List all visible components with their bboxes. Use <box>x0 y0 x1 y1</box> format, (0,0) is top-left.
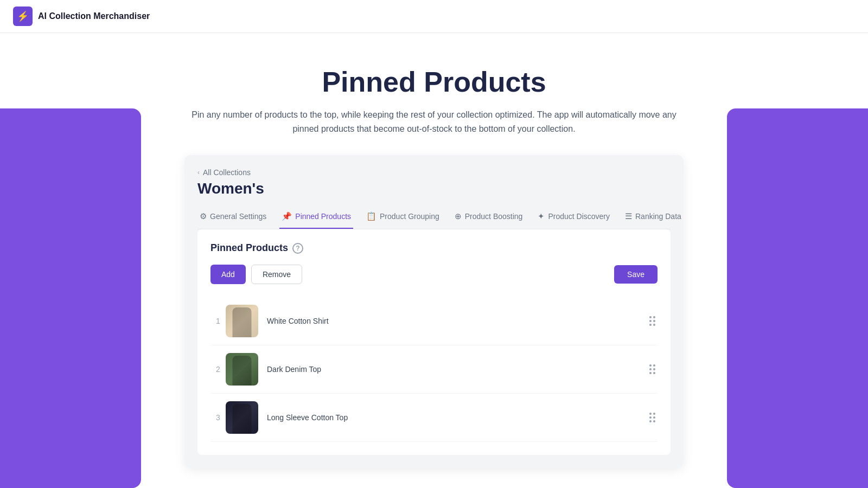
save-button[interactable]: Save <box>614 265 658 284</box>
table-row: 3 Long Sleeve Cotton Top <box>210 394 658 442</box>
product-number: 2 <box>210 365 226 374</box>
breadcrumb: ‹ All Collections <box>197 168 671 177</box>
table-row: 1 White Cotton Shirt <box>210 297 658 345</box>
tab-navigation: ⚙ General Settings 📌 Pinned Products 📋 P… <box>197 207 671 229</box>
product-name: Dark Denim Top <box>267 365 647 374</box>
product-thumbnail <box>226 353 258 386</box>
tab-ranking-data[interactable]: ☰ Ranking Data <box>623 207 684 229</box>
drag-handle[interactable] <box>647 314 658 328</box>
drag-handle[interactable] <box>647 362 658 376</box>
product-list: 1 White Cotton Shirt 2 <box>210 297 658 442</box>
chevron-icon: ‹ <box>197 169 200 176</box>
left-actions: Add Remove <box>210 265 302 284</box>
main-panel: Pinned Products ? Add Remove Save 1 <box>197 229 671 455</box>
tab-general-settings-label: General Settings <box>210 212 266 221</box>
tab-product-discovery-label: Product Discovery <box>548 212 610 221</box>
tab-product-discovery[interactable]: ✦ Product Discovery <box>535 207 612 229</box>
product-name: White Cotton Shirt <box>267 317 647 325</box>
panel-header: Pinned Products ? <box>210 242 658 254</box>
page-subtitle: Pin any number of products to the top, w… <box>190 108 678 136</box>
product-number: 3 <box>210 413 226 422</box>
discovery-icon: ✦ <box>538 211 545 221</box>
pin-icon: 📌 <box>282 211 292 221</box>
main-content: Pinned Products Pin any number of produc… <box>0 33 868 468</box>
info-icon[interactable]: ? <box>292 243 303 254</box>
tab-product-grouping[interactable]: 📋 Product Grouping <box>364 207 442 229</box>
product-thumbnail <box>226 305 258 337</box>
tab-pinned-products[interactable]: 📌 Pinned Products <box>279 207 353 229</box>
gear-icon: ⚙ <box>200 211 207 221</box>
boost-icon: ⊕ <box>455 211 462 221</box>
product-number: 1 <box>210 317 226 325</box>
tab-ranking-data-label: Ranking Data <box>635 212 681 221</box>
remove-button[interactable]: Remove <box>251 265 302 284</box>
product-name: Long Sleeve Cotton Top <box>267 413 647 422</box>
app-window: ‹ All Collections Women's ⚙ General Sett… <box>184 155 684 468</box>
grouping-icon: 📋 <box>366 211 376 221</box>
tab-product-boosting[interactable]: ⊕ Product Boosting <box>452 207 525 229</box>
page-title: Pinned Products <box>322 66 546 98</box>
top-navigation: ⚡ AI Collection Merchandiser <box>0 0 868 33</box>
table-row: 2 Dark Denim Top <box>210 345 658 394</box>
tab-pinned-products-label: Pinned Products <box>295 212 351 221</box>
add-button[interactable]: Add <box>210 265 246 284</box>
panel-title: Pinned Products <box>210 242 288 254</box>
lightning-icon: ⚡ <box>17 10 29 22</box>
tab-product-boosting-label: Product Boosting <box>465 212 523 221</box>
tab-general-settings[interactable]: ⚙ General Settings <box>197 207 269 229</box>
action-row: Add Remove Save <box>210 265 658 284</box>
product-thumbnail <box>226 401 258 434</box>
all-collections-link[interactable]: All Collections <box>203 168 251 177</box>
app-logo: ⚡ <box>13 7 33 26</box>
drag-handle[interactable] <box>647 410 658 425</box>
app-title: AI Collection Merchandiser <box>38 11 150 21</box>
tab-product-grouping-label: Product Grouping <box>380 212 439 221</box>
collection-title: Women's <box>197 180 671 197</box>
ranking-icon: ☰ <box>625 211 632 221</box>
